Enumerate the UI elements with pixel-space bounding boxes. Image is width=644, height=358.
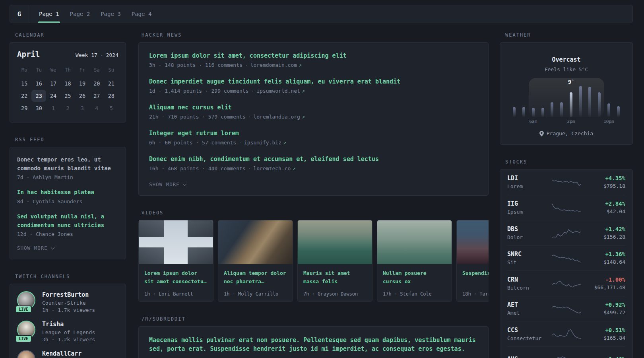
stock-values: +4.35%$795.18 (587, 175, 625, 189)
weekday-label: Fr (75, 67, 89, 73)
video-card[interactable]: Aliquam tempor dolor nec pharetra…1h · M… (218, 220, 293, 302)
hackernews-item-domain-link[interactable]: loremtech.co (253, 165, 291, 171)
hackernews-item: Integer eget rutrum lorem6h · 60 points … (149, 130, 478, 146)
app-logo[interactable]: G (10, 5, 29, 23)
stock-price: $156.28 (587, 234, 625, 240)
rss-item-title[interactable]: Donec tempor eros leo, ut commodo mauris… (17, 156, 118, 173)
rss-item-title[interactable]: Sed volutpat nulla nisl, a condimentum n… (17, 212, 118, 230)
hackernews-item-domain-link[interactable]: ipsumify.biz (244, 140, 281, 146)
avatar: LIVE (17, 321, 35, 339)
channel-viewers: 1h · 1.7k viewers (42, 307, 95, 313)
weather-bar-slot (566, 86, 576, 117)
subreddit-post-title[interactable]: Maecenas mollis pulvinar erat non posuer… (149, 336, 478, 354)
channel-info: TrishaLeague of Legends3h · 1.2k viewers (42, 321, 95, 342)
video-card[interactable]: Lorem ipsum dolor sit amet consectetu…1h… (138, 220, 213, 302)
hackernews-item-title[interactable]: Aliquam nec cursus elit (149, 104, 478, 111)
weather-bar-current (570, 92, 572, 117)
weather-bar-slot (557, 86, 566, 117)
stock-name: Ipsum (507, 209, 545, 215)
avatar (17, 350, 35, 358)
separator-dot: · (245, 62, 248, 68)
stock-row: CRNBitcorn-1.00%$66,171.48 (507, 270, 625, 296)
weather-bar (617, 106, 620, 117)
external-link-icon: ↗ (299, 62, 302, 68)
calendar-day: 27 (89, 90, 104, 102)
channel-info: KendallCarr (42, 350, 81, 358)
hackernews-card: Lorem ipsum dolor sit amet, consectetur … (138, 42, 489, 196)
stock-change-percent: +0.92% (587, 302, 625, 308)
calendar-day: 2 (60, 102, 75, 114)
rss-show-more-button[interactable]: SHOW MORE (17, 245, 118, 251)
video-card[interactable]: Nullam posuere cursus ex17h · Stefan Col… (377, 220, 452, 302)
video-card-body: Mauris sit amet massa felis7h · Grayson … (298, 264, 372, 302)
twitch-channel-row[interactable]: KendallCarr (17, 350, 118, 358)
subreddit-widget: /R/SUBREDDIT Maecenas mollis pulvinar er… (138, 316, 489, 358)
stock-price: $148.64 (587, 259, 625, 265)
tab-page-1[interactable]: Page 1 (38, 5, 60, 23)
calendar-month: April (17, 50, 40, 58)
chevron-down-icon (50, 245, 54, 249)
tab-page-2[interactable]: Page 2 (69, 5, 91, 23)
hackernews-show-more-button[interactable]: SHOW MORE (149, 181, 478, 187)
calendar-year: 2024 (106, 52, 118, 58)
video-thumbnail-canoe-foggy-lake (377, 220, 452, 264)
rss-show-more-label: SHOW MORE (17, 245, 48, 251)
rss-item-title[interactable]: In hac habitasse platea (17, 188, 118, 197)
weekday-label: We (46, 67, 60, 73)
live-badge: LIVE (15, 305, 32, 313)
video-thumbnail-person-in-field (457, 220, 489, 264)
navbar: G Page 1Page 2Page 3Page 4 (10, 5, 633, 23)
stock-sparkline-chart (545, 327, 587, 340)
stock-sparkline-chart (545, 226, 587, 239)
stock-values: -1.00%$66,171.48 (587, 276, 625, 290)
hackernews-item-title[interactable]: Integer eget rutrum lorem (149, 130, 478, 137)
stock-sparkline-chart (545, 175, 587, 189)
stock-price: $42.04 (587, 208, 625, 214)
twitch-section-label: TWITCH CHANNELS (15, 274, 126, 279)
video-card-body: Lorem ipsum dolor sit amet consectetu…1h… (139, 264, 213, 302)
hackernews-item-domain-link[interactable]: loremdomain.com (250, 62, 297, 68)
subreddit-card: Maecenas mollis pulvinar erat non posuer… (138, 326, 489, 358)
weather-bar (588, 87, 591, 117)
tab-page-4[interactable]: Page 4 (131, 5, 153, 23)
stock-symbol: AET (507, 301, 545, 308)
hackernews-item-title[interactable]: Lorem ipsum dolor sit amet, consectetur … (149, 52, 478, 59)
stock-identity: DBSDolor (507, 226, 545, 240)
hackernews-item-meta: 3h · 148 points · 116 comments·loremdoma… (149, 62, 478, 68)
weather-bar-slot (585, 86, 595, 117)
calendar-day: 18 (60, 78, 75, 90)
location-pin-icon (539, 131, 544, 136)
tab-page-3[interactable]: Page 3 (100, 5, 122, 23)
hackernews-item-domain-link[interactable]: ipsumworld.net (256, 88, 300, 94)
stock-name: Dolor (507, 234, 545, 240)
hackernews-item-title[interactable]: Donec imperdiet augue tincidunt felis al… (149, 78, 478, 85)
weather-bar-slot (595, 86, 604, 117)
chevron-down-icon (182, 182, 186, 186)
main-column: HACKER NEWS Lorem ipsum dolor sit amet, … (138, 30, 489, 358)
rss-widget: RSS FEED Donec tempor eros leo, ut commo… (10, 137, 126, 259)
external-link-icon: ↗ (302, 114, 305, 120)
rss-section-label: RSS FEED (15, 137, 126, 142)
stock-change-percent: -1.00% (587, 276, 625, 283)
video-card-body: Nullam posuere cursus ex17h · Stefan Col… (377, 264, 452, 302)
calendar-day: 29 (17, 102, 31, 114)
rss-item-meta: 8d · Cynthia Saunders (17, 198, 118, 204)
video-card[interactable]: Suspendisse diam18h · Tara (456, 220, 489, 302)
calendar-day: 30 (31, 102, 46, 114)
weather-bar-slot (604, 86, 614, 117)
weather-bar-slot (547, 86, 557, 117)
hackernews-item-domain-link[interactable]: loremlandia.org (253, 114, 300, 120)
video-card[interactable]: Mauris sit amet massa felis7h · Grayson … (297, 220, 372, 302)
separator-dot: · (100, 52, 103, 58)
calendar-day: 21 (104, 78, 118, 90)
stock-values: +1.36%$148.64 (587, 251, 625, 265)
stock-values: +0.51%$165.84 (587, 327, 625, 341)
rss-item-meta: 12d · Chance Jones (17, 231, 118, 237)
calendar-day: 15 (17, 78, 31, 90)
twitch-channel-row[interactable]: LIVETrishaLeague of Legends3h · 1.2k vie… (17, 321, 118, 342)
twitch-channel-row[interactable]: LIVEForrestBurtonCounter-Strike1h · 1.7k… (17, 291, 118, 313)
stock-change-percent: +4.35% (587, 175, 625, 181)
hackernews-item-title[interactable]: Donec enim nibh, condimentum et accumsan… (149, 156, 478, 163)
hackernews-item-stats: 3h · 148 points · 116 comments (149, 62, 242, 68)
rss-item: Sed volutpat nulla nisl, a condimentum n… (17, 212, 118, 237)
